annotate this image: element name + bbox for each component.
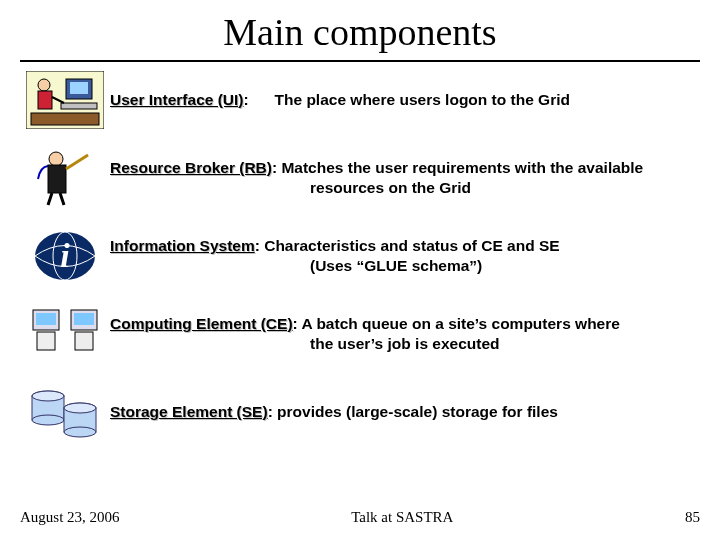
resource-broker-icon	[20, 149, 110, 207]
information-system-icon: i	[20, 227, 110, 285]
slide-title: Main components	[20, 10, 700, 54]
term-desc: Matches the user requirements with the a…	[277, 159, 643, 176]
svg-point-5	[38, 79, 50, 91]
svg-rect-18	[37, 332, 55, 350]
component-text: Resource Broker (RB): Matches the user r…	[110, 158, 700, 198]
svg-line-12	[60, 193, 64, 205]
term-label: User Interface (UI)	[110, 91, 244, 108]
footer-page: 85	[685, 509, 700, 526]
computing-element-icon	[20, 306, 110, 362]
component-row: i Information System: Characteristics an…	[20, 226, 700, 286]
slide: Main components User Interface (UI): The…	[0, 0, 720, 540]
component-row: Resource Broker (RB): Matches the user r…	[20, 148, 700, 208]
term-desc: The place where users logon to the Grid	[275, 91, 570, 108]
user-interface-icon	[20, 71, 110, 129]
component-text: Computing Element (CE): A batch queue on…	[110, 314, 700, 354]
svg-point-25	[32, 391, 64, 401]
svg-rect-21	[75, 332, 93, 350]
svg-point-29	[64, 403, 96, 413]
term-sep: :	[244, 91, 249, 108]
svg-rect-20	[74, 313, 94, 325]
term-label: Resource Broker (RB)	[110, 159, 272, 176]
svg-rect-3	[61, 103, 97, 109]
term-label: Information System	[110, 237, 255, 254]
svg-rect-9	[48, 165, 66, 193]
svg-point-8	[49, 152, 63, 166]
term-desc: provides (large-scale) storage for files	[273, 403, 558, 420]
title-divider	[20, 60, 700, 62]
term-desc: Characteristics and status of CE and SE	[260, 237, 560, 254]
component-row: User Interface (UI): The place where use…	[20, 70, 700, 130]
term-desc-sub: (Uses “GLUE schema”)	[310, 256, 700, 276]
svg-rect-6	[38, 91, 52, 109]
term-desc-sub: resources on the Grid	[310, 178, 700, 198]
storage-element-icon	[20, 384, 110, 440]
svg-line-11	[48, 193, 52, 205]
svg-rect-2	[70, 82, 88, 94]
svg-point-28	[64, 427, 96, 437]
component-text: Storage Element (SE): provides (large-sc…	[110, 402, 700, 422]
svg-rect-17	[36, 313, 56, 325]
component-row: Computing Element (CE): A batch queue on…	[20, 304, 700, 364]
component-row: Storage Element (SE): provides (large-sc…	[20, 382, 700, 442]
footer-date: August 23, 2006	[20, 509, 120, 526]
term-desc: A batch queue on a site’s computers wher…	[298, 315, 620, 332]
term-label: Storage Element (SE)	[110, 403, 268, 420]
footer: August 23, 2006 Talk at SASTRA 85	[20, 509, 700, 526]
svg-rect-4	[31, 113, 99, 125]
footer-center: Talk at SASTRA	[351, 509, 453, 526]
component-text: User Interface (UI): The place where use…	[110, 90, 700, 110]
term-label: Computing Element (CE)	[110, 315, 293, 332]
component-text: Information System: Characteristics and …	[110, 236, 700, 276]
svg-line-10	[66, 155, 88, 169]
term-desc-sub: the user’s job is executed	[310, 334, 700, 354]
svg-text:i: i	[60, 237, 70, 274]
svg-point-24	[32, 415, 64, 425]
